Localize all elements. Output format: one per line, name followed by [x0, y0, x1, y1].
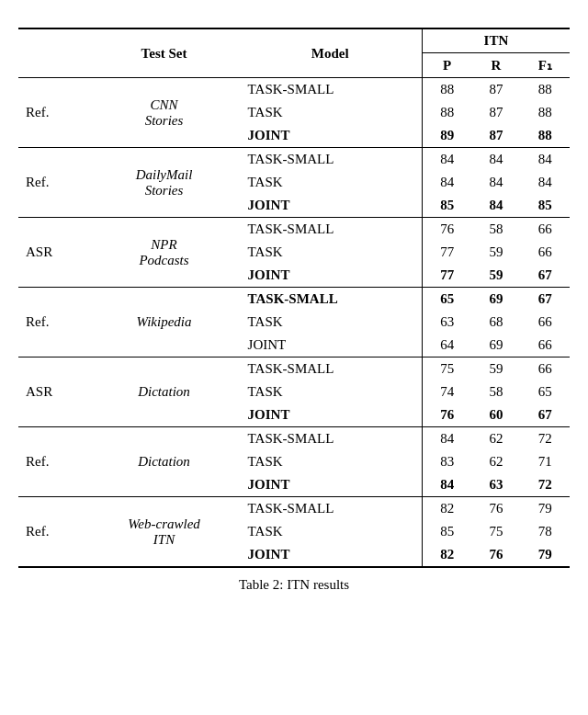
- r-cell: 76: [471, 543, 520, 567]
- f1-cell: 88: [521, 124, 570, 148]
- f1-cell: 84: [521, 148, 570, 172]
- table-row: Ref.DictationTASK-SMALL846272: [18, 427, 570, 451]
- r-cell: 84: [471, 194, 520, 218]
- table-row: Ref.DailyMailStoriesTASK-SMALL848484: [18, 148, 570, 172]
- th-test-set: Test Set: [89, 28, 238, 78]
- model-cell: TASK-SMALL: [239, 497, 423, 521]
- f1-cell: 88: [521, 78, 570, 102]
- p-cell: 76: [422, 218, 471, 242]
- r-cell: 59: [471, 241, 520, 264]
- r-cell: 60: [471, 403, 520, 427]
- p-cell: 85: [422, 194, 471, 218]
- f1-cell: 78: [521, 520, 570, 543]
- source-cell: Ref.: [18, 497, 89, 568]
- model-cell: TASK-SMALL: [239, 358, 423, 381]
- model-cell: TASK-SMALL: [239, 427, 423, 451]
- p-cell: 77: [422, 241, 471, 264]
- table-row: ASRNPRPodcastsTASK-SMALL765866: [18, 218, 570, 242]
- r-cell: 58: [471, 218, 520, 242]
- p-cell: 77: [422, 264, 471, 288]
- r-cell: 63: [471, 473, 520, 497]
- source-cell: Ref.: [18, 78, 89, 148]
- f1-cell: 67: [521, 288, 570, 312]
- table-row: Ref.CNNStoriesTASK-SMALL888788: [18, 78, 570, 102]
- test-set-cell: DailyMailStories: [89, 148, 238, 218]
- f1-cell: 72: [521, 427, 570, 451]
- table-wrapper: Test Set Model ITN P R F₁ Ref.CNNStories…: [18, 28, 570, 596]
- model-cell: TASK: [239, 101, 423, 124]
- model-cell: TASK-SMALL: [239, 218, 423, 242]
- test-set-cell: Dictation: [89, 358, 238, 427]
- f1-cell: 66: [521, 218, 570, 242]
- table-row: Ref.WikipediaTASK-SMALL656967: [18, 288, 570, 312]
- r-cell: 62: [471, 427, 520, 451]
- model-cell: JOINT: [239, 264, 423, 288]
- f1-cell: 66: [521, 358, 570, 381]
- source-cell: ASR: [18, 218, 89, 288]
- model-cell: TASK-SMALL: [239, 148, 423, 172]
- model-cell: JOINT: [239, 403, 423, 427]
- table-row: ASRDictationTASK-SMALL755966: [18, 358, 570, 381]
- model-cell: TASK: [239, 520, 423, 543]
- test-set-cell: NPRPodcasts: [89, 218, 238, 288]
- model-cell: JOINT: [239, 334, 423, 358]
- p-cell: 88: [422, 78, 471, 102]
- p-cell: 76: [422, 403, 471, 427]
- p-cell: 74: [422, 380, 471, 403]
- test-set-cell: Wikipedia: [89, 288, 238, 358]
- r-cell: 84: [471, 148, 520, 172]
- th-itn: ITN: [422, 28, 570, 53]
- p-cell: 84: [422, 427, 471, 451]
- test-set-cell: CNNStories: [89, 78, 238, 148]
- p-cell: 84: [422, 473, 471, 497]
- p-cell: 84: [422, 148, 471, 172]
- f1-cell: 66: [521, 311, 570, 334]
- p-cell: 88: [422, 101, 471, 124]
- f1-cell: 79: [521, 497, 570, 521]
- th-model: Model: [239, 28, 423, 78]
- p-cell: 85: [422, 520, 471, 543]
- r-cell: 69: [471, 334, 520, 358]
- model-cell: JOINT: [239, 124, 423, 148]
- p-cell: 82: [422, 543, 471, 567]
- r-cell: 62: [471, 450, 520, 473]
- model-cell: TASK-SMALL: [239, 288, 423, 312]
- model-cell: TASK: [239, 171, 423, 194]
- model-cell: TASK-SMALL: [239, 78, 423, 102]
- model-cell: TASK: [239, 380, 423, 403]
- p-cell: 64: [422, 334, 471, 358]
- r-cell: 75: [471, 520, 520, 543]
- p-cell: 82: [422, 497, 471, 521]
- test-set-cell: Dictation: [89, 427, 238, 497]
- source-cell: Ref.: [18, 148, 89, 218]
- f1-cell: 66: [521, 241, 570, 264]
- model-cell: TASK: [239, 241, 423, 264]
- p-cell: 89: [422, 124, 471, 148]
- model-cell: JOINT: [239, 543, 423, 567]
- results-table: Test Set Model ITN P R F₁ Ref.CNNStories…: [18, 28, 570, 596]
- f1-cell: 72: [521, 473, 570, 497]
- r-cell: 87: [471, 101, 520, 124]
- r-cell: 69: [471, 288, 520, 312]
- r-cell: 76: [471, 497, 520, 521]
- f1-cell: 67: [521, 264, 570, 288]
- f1-cell: 88: [521, 101, 570, 124]
- table-row: Ref.Web-crawledITNTASK-SMALL827679: [18, 497, 570, 521]
- p-cell: 63: [422, 311, 471, 334]
- table-caption-row: Table 2: ITN results: [18, 567, 570, 596]
- r-cell: 59: [471, 264, 520, 288]
- model-cell: JOINT: [239, 473, 423, 497]
- th-source: [18, 28, 89, 78]
- p-cell: 84: [422, 171, 471, 194]
- th-r: R: [471, 53, 520, 78]
- model-cell: JOINT: [239, 194, 423, 218]
- r-cell: 58: [471, 380, 520, 403]
- f1-cell: 67: [521, 403, 570, 427]
- r-cell: 87: [471, 124, 520, 148]
- r-cell: 68: [471, 311, 520, 334]
- f1-cell: 84: [521, 171, 570, 194]
- r-cell: 84: [471, 171, 520, 194]
- f1-cell: 66: [521, 334, 570, 358]
- source-cell: ASR: [18, 358, 89, 427]
- test-set-cell: Web-crawledITN: [89, 497, 238, 568]
